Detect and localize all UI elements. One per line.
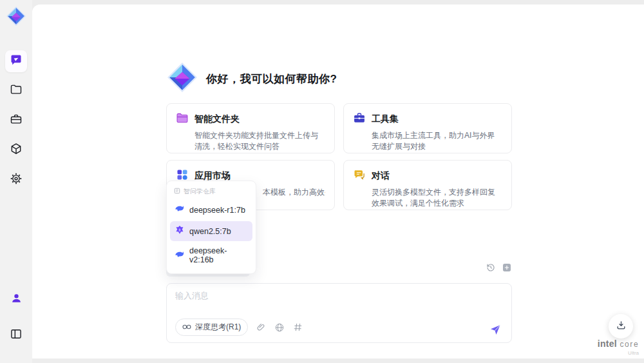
deepseek-icon — [175, 250, 185, 262]
cube-icon — [10, 142, 23, 158]
message-composer: 深度思考(R1) — [166, 283, 512, 343]
model-option-deepseek-r1[interactable]: deepseek-r1:7b — [170, 200, 252, 220]
intel-core-logo: intel core Ultra — [594, 338, 643, 356]
sidebar-item-models[interactable] — [5, 139, 27, 161]
hash-button[interactable] — [293, 322, 303, 332]
smart-folder-icon — [176, 112, 189, 127]
card-title: 对话 — [372, 170, 390, 182]
deepseek-icon — [175, 204, 185, 216]
panel-layout-icon — [10, 328, 23, 343]
card-dialog[interactable]: 对话 灵活切换多模型文件，支持多样回复效果调试，满足个性化需求 — [343, 160, 512, 210]
sidebar-item-folders[interactable] — [5, 80, 27, 102]
sidebar-item-collapse[interactable] — [5, 324, 27, 346]
composer-toolbar: 深度思考(R1) — [175, 319, 303, 336]
message-input[interactable] — [175, 290, 452, 316]
card-desc: 灵活切换多模型文件，支持多样回复效果调试，满足个性化需求 — [372, 187, 502, 210]
card-smart-folder[interactable]: 智能文件夹 智能文件夹功能支持批量文件上传与清洗，轻松实现文件问答 — [166, 103, 335, 153]
attach-button[interactable] — [256, 322, 266, 332]
sidebar-item-toolbox[interactable] — [5, 110, 27, 132]
toolset-icon — [353, 112, 366, 127]
assistant-logo-icon — [166, 61, 198, 96]
app-logo-icon — [5, 5, 27, 30]
model-dropdown: 智问学仓库 deepseek-r1:7b — [166, 181, 256, 274]
card-title: 智能文件夹 — [194, 113, 240, 125]
deep-think-toggle[interactable]: 深度思考(R1) — [175, 319, 248, 336]
history-button[interactable] — [486, 262, 496, 273]
card-title: 工具集 — [372, 113, 399, 125]
intel-ultra-label: Ultra — [594, 350, 643, 356]
briefcase-icon — [10, 113, 23, 128]
main-content: 你好，我可以如何帮助你? 智能文件夹 智能文件夹功能支持批量文件上传与清洗，轻松… — [32, 5, 644, 358]
qwen-icon — [175, 225, 185, 237]
globe-button[interactable] — [274, 322, 285, 333]
download-icon — [616, 320, 627, 333]
dialog-icon — [353, 168, 366, 184]
sidebar — [0, 0, 32, 363]
model-option-deepseek-v2[interactable]: deepseek-v2:16b — [170, 242, 252, 268]
chat-icon — [10, 54, 23, 69]
sidebar-item-profile[interactable] — [5, 288, 27, 310]
greeting-row: 你好，我可以如何帮助你? — [166, 61, 512, 96]
app-window: 你好，我可以如何帮助你? 智能文件夹 智能文件夹功能支持批量文件上传与清洗，轻松… — [0, 0, 644, 363]
knowledge-base-icon — [174, 188, 180, 195]
card-desc: 集成市场上主流工具，助力AI与外界无缝扩展与对接 — [372, 130, 502, 153]
folder-icon — [10, 83, 23, 99]
model-option-qwen[interactable]: qwen2.5:7b — [170, 221, 252, 241]
sidebar-item-settings[interactable] — [5, 169, 27, 191]
card-toolset[interactable]: 工具集 集成市场上主流工具，助力AI与外界无缝扩展与对接 — [343, 103, 512, 153]
new-chat-button[interactable] — [502, 262, 512, 273]
download-fab[interactable] — [609, 314, 633, 338]
user-icon — [10, 292, 23, 307]
deep-think-icon — [182, 323, 191, 332]
send-button[interactable] — [489, 323, 502, 336]
sidebar-item-chat[interactable] — [5, 50, 27, 72]
card-desc: 智能文件夹功能支持批量文件上传与清洗，轻松实现文件问答 — [194, 130, 325, 153]
greeting-title: 你好，我可以如何帮助你? — [206, 72, 337, 86]
model-dropdown-header: 智问学仓库 — [170, 185, 252, 200]
gear-icon — [10, 172, 23, 188]
